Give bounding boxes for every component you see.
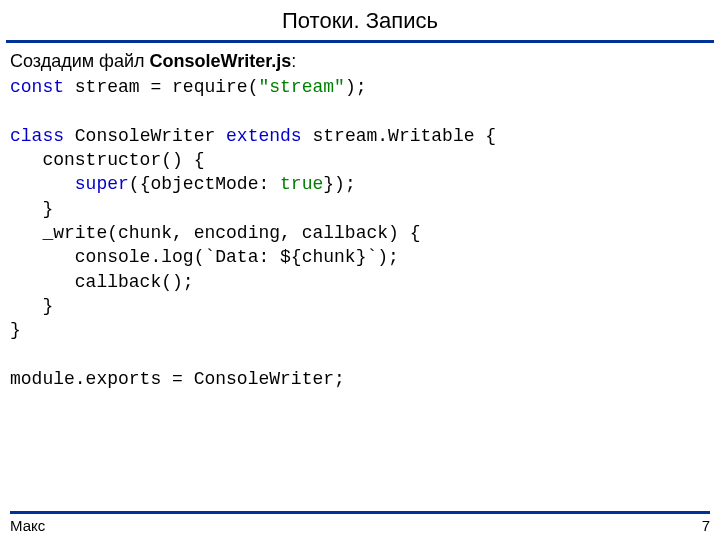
slide-title: Потоки. Запись — [0, 0, 720, 40]
code-text: console.log(`Data: ${chunk}`); — [10, 247, 399, 267]
code-text: module.exports = ConsoleWriter; — [10, 369, 345, 389]
code-text: } — [10, 320, 21, 340]
slide-content: Создадим файл ConsoleWriter.js: const st… — [0, 43, 720, 540]
code-text: }); — [323, 174, 355, 194]
slide-footer: Макс 7 — [0, 511, 720, 540]
code-block: const stream = require("stream"); class … — [10, 75, 710, 391]
code-string: "stream" — [258, 77, 344, 97]
code-text: _write(chunk, encoding, callback) { — [10, 223, 420, 243]
code-text: } — [10, 296, 53, 316]
intro-line: Создадим файл ConsoleWriter.js: — [10, 49, 710, 73]
slide: Потоки. Запись Создадим файл ConsoleWrit… — [0, 0, 720, 540]
code-text — [10, 174, 75, 194]
code-literal: true — [280, 174, 323, 194]
code-text: ({objectMode: — [129, 174, 280, 194]
footer-divider — [10, 511, 710, 514]
code-keyword: class — [10, 126, 64, 146]
footer-row: Макс 7 — [10, 517, 710, 534]
code-text: ConsoleWriter — [64, 126, 226, 146]
code-text: callback(); — [10, 272, 194, 292]
code-keyword: super — [75, 174, 129, 194]
footer-author: Макс — [10, 517, 45, 534]
code-text: stream = require( — [64, 77, 258, 97]
code-keyword: extends — [226, 126, 302, 146]
intro-suffix: : — [291, 51, 296, 71]
code-text: constructor() { — [10, 150, 204, 170]
code-text: } — [10, 199, 53, 219]
intro-prefix: Создадим файл — [10, 51, 150, 71]
code-keyword: const — [10, 77, 64, 97]
code-text: stream.Writable { — [302, 126, 496, 146]
intro-filename: ConsoleWriter.js — [150, 51, 292, 71]
footer-page-number: 7 — [702, 517, 710, 534]
code-text: ); — [345, 77, 367, 97]
